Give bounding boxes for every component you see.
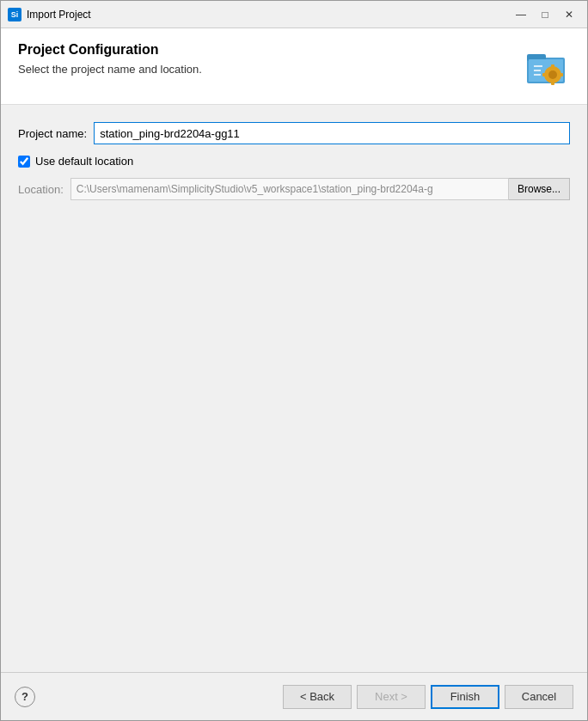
use-default-location-label[interactable]: Use default location bbox=[35, 155, 133, 168]
help-button[interactable]: ? bbox=[15, 687, 35, 707]
next-button[interactable]: Next > bbox=[357, 685, 426, 709]
svg-rect-7 bbox=[542, 73, 546, 76]
page-subtitle: Select the project name and location. bbox=[18, 63, 202, 76]
use-default-location-row: Use default location bbox=[18, 155, 570, 168]
use-default-location-checkbox[interactable] bbox=[18, 156, 30, 168]
cancel-button[interactable]: Cancel bbox=[505, 685, 573, 709]
location-path: C:\Users\mamenam\SimplicityStudio\v5_wor… bbox=[70, 178, 509, 200]
svg-point-4 bbox=[548, 70, 557, 79]
back-button[interactable]: < Back bbox=[283, 685, 352, 709]
footer-left: ? bbox=[15, 687, 283, 707]
finish-button[interactable]: Finish bbox=[431, 685, 499, 709]
project-name-label: Project name: bbox=[18, 127, 87, 140]
app-icon: Si bbox=[8, 8, 21, 21]
content-area: Project Configuration Select the project… bbox=[1, 28, 587, 672]
project-name-input[interactable] bbox=[94, 122, 570, 144]
footer: ? < Back Next > Finish Cancel bbox=[1, 672, 587, 720]
minimize-button[interactable]: — bbox=[510, 6, 532, 23]
page-title: Project Configuration bbox=[18, 42, 202, 58]
project-icon bbox=[522, 42, 570, 90]
form-section: Project name: Use default location Locat… bbox=[1, 105, 587, 672]
footer-buttons: < Back Next > Finish Cancel bbox=[283, 685, 573, 709]
header-text: Project Configuration Select the project… bbox=[18, 42, 202, 76]
close-button[interactable]: ✕ bbox=[558, 6, 580, 23]
svg-rect-6 bbox=[551, 82, 554, 85]
location-label: Location: bbox=[18, 183, 64, 196]
location-row: Location: C:\Users\mamenam\SimplicityStu… bbox=[18, 178, 570, 200]
window-title: Import Project bbox=[27, 9, 510, 21]
main-window: Si Import Project — □ ✕ Project Configur… bbox=[0, 0, 588, 721]
maximize-button[interactable]: □ bbox=[534, 6, 556, 23]
svg-rect-5 bbox=[551, 64, 554, 68]
header-section: Project Configuration Select the project… bbox=[1, 28, 587, 105]
browse-button[interactable]: Browse... bbox=[509, 178, 570, 200]
title-bar: Si Import Project — □ ✕ bbox=[1, 1, 587, 28]
svg-rect-8 bbox=[560, 73, 563, 76]
window-controls: — □ ✕ bbox=[510, 6, 580, 23]
project-name-row: Project name: bbox=[18, 122, 570, 144]
